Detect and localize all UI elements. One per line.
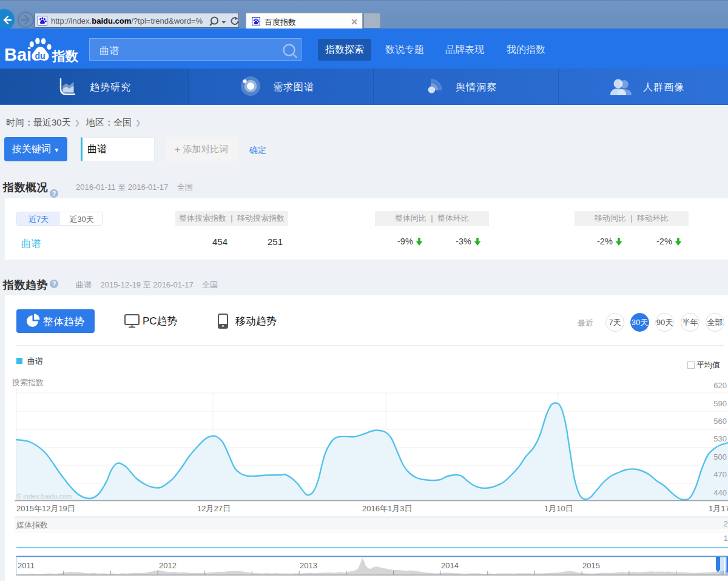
svg-text:Bai: Bai bbox=[4, 45, 32, 64]
svg-text:指数: 指数 bbox=[52, 49, 79, 64]
svg-text:du: du bbox=[35, 51, 46, 61]
